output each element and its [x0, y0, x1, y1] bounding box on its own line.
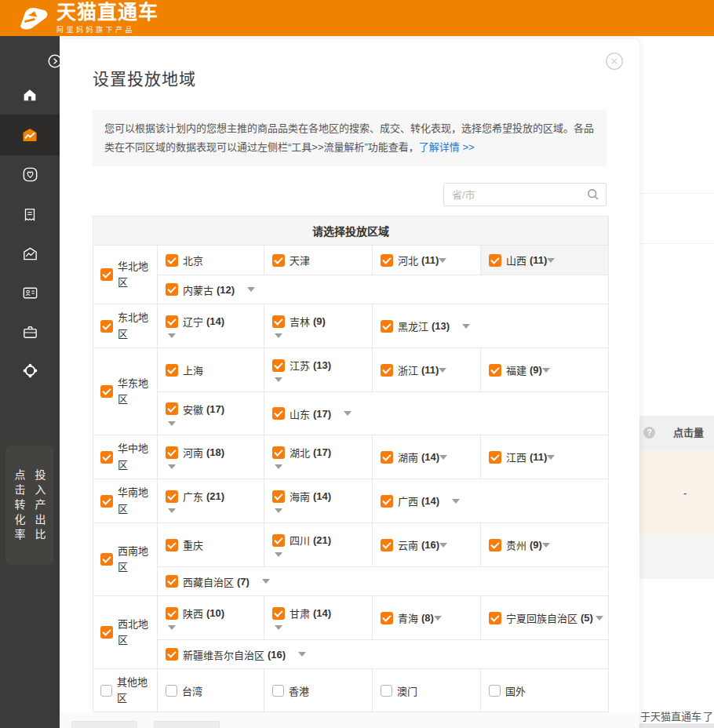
province-checkbox[interactable] — [272, 254, 285, 267]
dropdown-arrow-icon[interactable] — [542, 368, 550, 373]
province-checkbox[interactable] — [166, 490, 178, 503]
region-label[interactable]: 华中地区 — [118, 441, 152, 472]
province-label[interactable]: 上海 — [183, 362, 203, 377]
dropdown-arrow-icon[interactable] — [439, 258, 446, 263]
province-label[interactable]: 河北 — [398, 253, 418, 268]
region-checkbox[interactable] — [100, 320, 113, 333]
province-checkbox[interactable] — [166, 648, 178, 661]
province-label[interactable]: 河南 — [183, 445, 203, 460]
region-checkbox[interactable] — [100, 495, 113, 508]
province-checkbox[interactable] — [272, 534, 285, 547]
province-checkbox[interactable] — [166, 402, 178, 415]
province-checkbox[interactable] — [489, 451, 501, 464]
province-label[interactable]: 澳门 — [397, 683, 417, 698]
province-label[interactable]: 重庆 — [183, 537, 203, 552]
region-label[interactable]: 华北地区 — [118, 259, 152, 290]
province-label[interactable]: 浙江 — [398, 362, 418, 377]
province-label[interactable]: 宁夏回族自治区 — [506, 610, 577, 625]
province-label[interactable]: 香港 — [289, 683, 309, 698]
province-checkbox[interactable] — [272, 315, 285, 328]
province-label[interactable]: 黑龙江 — [398, 318, 428, 333]
province-checkbox[interactable] — [489, 685, 501, 697]
dropdown-arrow-icon[interactable] — [168, 421, 176, 426]
province-checkbox[interactable] — [381, 539, 393, 551]
logo[interactable]: 天猫直通车 阿里妈妈旗下产品 — [17, 2, 158, 35]
province-label[interactable]: 湖南 — [398, 450, 418, 464]
region-label[interactable]: 西北地区 — [118, 617, 152, 648]
dropdown-arrow-icon[interactable] — [168, 625, 176, 630]
dropdown-arrow-icon[interactable] — [434, 616, 442, 621]
province-checkbox[interactable] — [166, 539, 178, 551]
province-checkbox[interactable] — [381, 451, 393, 464]
province-label[interactable]: 甘肃 — [290, 606, 310, 621]
dropdown-arrow-icon[interactable] — [168, 508, 176, 513]
province-label[interactable]: 安徽 — [183, 402, 203, 417]
province-checkbox[interactable] — [381, 254, 393, 267]
deselect-all-button[interactable]: 全部取消 — [154, 721, 220, 728]
province-label[interactable]: 广西 — [398, 493, 418, 508]
region-checkbox[interactable] — [100, 685, 112, 697]
province-checkbox[interactable] — [381, 364, 393, 377]
province-label[interactable]: 北京 — [183, 253, 203, 268]
dropdown-arrow-icon[interactable] — [439, 368, 446, 373]
province-checkbox[interactable] — [272, 607, 285, 620]
dropdown-arrow-icon[interactable] — [275, 508, 282, 513]
dropdown-arrow-icon[interactable] — [298, 652, 306, 657]
province-checkbox[interactable] — [166, 446, 178, 459]
region-label[interactable]: 其他地区 — [117, 675, 151, 706]
province-label[interactable]: 陕西 — [183, 606, 203, 621]
province-checkbox[interactable] — [381, 495, 393, 508]
province-checkbox[interactable] — [166, 575, 178, 588]
province-label[interactable]: 湖北 — [290, 445, 310, 460]
search-input[interactable] — [443, 183, 607, 206]
province-label[interactable]: 江西 — [506, 450, 526, 464]
province-checkbox[interactable] — [381, 320, 393, 333]
province-label[interactable]: 国外 — [505, 683, 526, 698]
region-label[interactable]: 华南地区 — [118, 485, 152, 516]
dropdown-arrow-icon[interactable] — [275, 333, 282, 338]
dropdown-arrow-icon[interactable] — [275, 552, 282, 557]
province-label[interactable]: 青海 — [398, 610, 418, 625]
region-label[interactable]: 东北地区 — [118, 310, 152, 341]
province-checkbox[interactable] — [272, 685, 284, 697]
sidebar-item-campaign[interactable] — [0, 115, 60, 155]
dropdown-arrow-icon[interactable] — [547, 258, 555, 263]
region-checkbox[interactable] — [100, 626, 113, 639]
province-checkbox[interactable] — [489, 254, 501, 267]
province-label[interactable]: 江苏 — [290, 358, 310, 373]
province-label[interactable]: 山西 — [506, 253, 526, 268]
province-label[interactable]: 台湾 — [182, 683, 202, 698]
province-checkbox[interactable] — [166, 685, 177, 697]
sidebar-item-reports[interactable] — [0, 198, 60, 232]
help-icon[interactable]: ? — [643, 427, 655, 439]
region-checkbox[interactable] — [100, 553, 113, 566]
dropdown-arrow-icon[interactable] — [547, 455, 555, 460]
dropdown-arrow-icon[interactable] — [275, 625, 282, 630]
sidebar-item-tools[interactable] — [0, 315, 60, 349]
dropdown-arrow-icon[interactable] — [262, 579, 270, 584]
province-checkbox[interactable] — [166, 315, 178, 328]
dropdown-arrow-icon[interactable] — [596, 616, 603, 621]
province-label[interactable]: 新疆维吾尔自治区 — [183, 647, 264, 662]
province-label[interactable]: 内蒙古 — [183, 282, 213, 297]
sidebar-item-home[interactable] — [0, 78, 60, 112]
province-checkbox[interactable] — [166, 607, 178, 620]
dropdown-arrow-icon[interactable] — [439, 455, 447, 460]
province-checkbox[interactable] — [272, 359, 285, 372]
dropdown-arrow-icon[interactable] — [275, 464, 282, 469]
province-checkbox[interactable] — [272, 446, 285, 459]
province-checkbox[interactable] — [489, 612, 501, 624]
dropdown-arrow-icon[interactable] — [462, 324, 470, 329]
province-checkbox[interactable] — [166, 283, 178, 296]
province-label[interactable]: 四川 — [290, 533, 310, 548]
dropdown-arrow-icon[interactable] — [344, 411, 352, 416]
dropdown-arrow-icon[interactable] — [452, 499, 460, 504]
province-label[interactable]: 广东 — [183, 489, 203, 504]
province-label[interactable]: 海南 — [290, 489, 310, 504]
province-checkbox[interactable] — [381, 612, 393, 624]
sidebar-item-contacts[interactable] — [0, 275, 60, 310]
province-label[interactable]: 辽宁 — [183, 314, 203, 329]
dropdown-arrow-icon[interactable] — [168, 333, 176, 338]
province-label[interactable]: 西藏自治区 — [183, 574, 234, 589]
sidebar-item-favorites[interactable] — [0, 157, 60, 191]
